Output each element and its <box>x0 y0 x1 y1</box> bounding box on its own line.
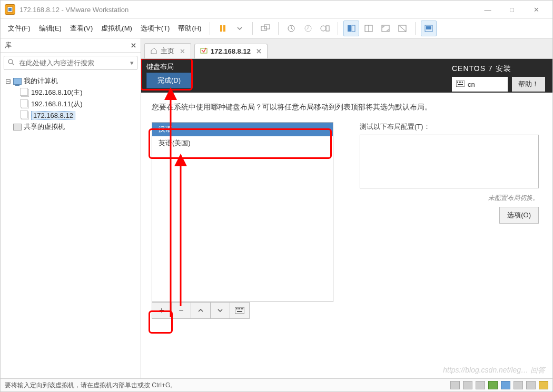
tree-item-label: 172.168.8.12 <box>31 111 75 120</box>
toolbar-console-icon[interactable] <box>421 21 437 36</box>
svg-rect-18 <box>426 26 431 29</box>
svg-rect-4 <box>261 26 266 31</box>
svg-point-19 <box>8 59 13 64</box>
svg-rect-29 <box>236 308 237 309</box>
installer-header: 键盘布局 完成(D) CENTOS 7 安装 cn 帮助！ <box>141 59 552 93</box>
tray-display-icon[interactable] <box>501 381 510 389</box>
move-up-button[interactable] <box>191 302 211 319</box>
search-input[interactable] <box>18 58 127 67</box>
svg-rect-24 <box>459 82 460 83</box>
tray-printer-icon[interactable] <box>514 381 523 389</box>
close-button[interactable]: ✕ <box>524 2 548 17</box>
svg-rect-23 <box>457 82 458 83</box>
svg-rect-11 <box>352 25 355 32</box>
toolbar-snapshot-icon[interactable] <box>258 21 273 36</box>
library-sidebar: 库 ✕ ▾ ⊟ 我的计算机 192.168.8.10(主) 1 <box>1 38 141 378</box>
toolbar-thumbnail-icon[interactable] <box>343 21 359 36</box>
vm-console-view[interactable]: 键盘布局 完成(D) CENTOS 7 安装 cn 帮助！ <box>141 59 552 378</box>
toolbar-unity-icon[interactable] <box>395 21 410 36</box>
options-button[interactable]: 选项(O) <box>499 207 539 224</box>
no-switch-configured-label: 未配置布局切换。 <box>360 194 539 203</box>
tray-usb-icon[interactable] <box>539 381 548 389</box>
sidebar-close-icon[interactable]: ✕ <box>131 42 136 49</box>
library-tree: ⊟ 我的计算机 192.168.8.10(主) 192.168.8.11(从) … <box>1 73 141 378</box>
tree-root-label: 我的计算机 <box>24 76 58 86</box>
tab-vm-close-icon[interactable]: ✕ <box>256 47 262 55</box>
tree-item-vm3[interactable]: 172.168.8.12 <box>4 110 137 121</box>
status-bar: 要将输入定向到该虚拟机，请在虚拟机内部单击或按 Ctrl+G。 <box>1 378 552 391</box>
menu-help[interactable]: 帮助(H) <box>175 22 204 35</box>
tray-hdd-icon[interactable] <box>450 381 460 389</box>
svg-line-20 <box>12 63 14 65</box>
tree-shared-label: 共享的虚拟机 <box>24 122 65 132</box>
remove-layout-button[interactable]: − <box>171 302 191 319</box>
help-button[interactable]: 帮助！ <box>512 77 545 92</box>
done-button[interactable]: 完成(D) <box>146 73 192 88</box>
tray-hdd2-icon[interactable] <box>463 381 472 389</box>
tree-shared-vms[interactable]: 共享的虚拟机 <box>4 121 137 133</box>
keyboard-icon <box>456 81 465 88</box>
toolbar-clock-manage-icon[interactable] <box>318 21 332 36</box>
layout-item-selected[interactable]: 汉语 <box>152 123 333 136</box>
tab-vm[interactable]: 172.168.8.12 ✕ <box>194 44 268 58</box>
watermark-text: https://blog.csdn.net/leg… 回答 <box>443 366 545 375</box>
svg-rect-3 <box>223 25 225 32</box>
keyboard-indicator[interactable]: cn <box>452 77 508 92</box>
tree-item-vm1[interactable]: 192.168.8.10(主) <box>4 87 137 98</box>
toolbar-clock1-icon[interactable] <box>284 21 299 36</box>
maximize-button[interactable]: □ <box>500 2 524 17</box>
svg-rect-22 <box>456 81 465 87</box>
svg-rect-33 <box>242 308 243 309</box>
menu-view[interactable]: 查看(V) <box>67 22 96 35</box>
tray-network-icon[interactable] <box>488 381 498 389</box>
status-text: 要将输入定向到该虚拟机，请在虚拟机内部单击或按 Ctrl+G。 <box>5 381 176 390</box>
toolbar-split-icon[interactable] <box>361 21 376 36</box>
toolbar-fullscreen-icon[interactable] <box>378 21 393 36</box>
preview-layout-button[interactable] <box>230 302 250 319</box>
tree-root-mycomputer[interactable]: ⊟ 我的计算机 <box>4 75 137 87</box>
sidebar-search[interactable]: ▾ <box>4 56 137 70</box>
tab-home-close-icon[interactable]: ✕ <box>180 47 185 55</box>
svg-rect-1 <box>8 8 12 11</box>
svg-rect-10 <box>348 25 351 32</box>
device-tray <box>450 381 548 389</box>
installer-body: 您要在系统中使用哪种键盘布局？可以将任意布局移动到列表顶部将其选为默认布局。 汉… <box>141 93 552 327</box>
installer-prompt: 您要在系统中使用哪种键盘布局？可以将任意布局移动到列表顶部将其选为默认布局。 <box>152 101 542 113</box>
search-icon <box>7 58 15 67</box>
svg-rect-30 <box>238 308 239 309</box>
svg-rect-9 <box>326 26 329 31</box>
installer-product-title: CENTOS 7 安装 <box>452 64 545 74</box>
menu-file[interactable]: 文件(F) <box>5 22 34 35</box>
svg-line-16 <box>399 25 406 32</box>
svg-rect-32 <box>241 308 242 309</box>
move-down-button[interactable] <box>210 302 230 319</box>
tree-item-vm2[interactable]: 192.168.8.11(从) <box>4 98 137 110</box>
menu-tabs[interactable]: 选项卡(T) <box>137 22 173 35</box>
tab-home-label: 主页 <box>161 46 174 56</box>
vmware-logo-icon <box>5 4 15 15</box>
main-area: 主页 ✕ 172.168.8.12 ✕ 键盘布局 完成(D) <box>141 38 552 378</box>
svg-rect-2 <box>220 25 222 32</box>
toolbar-dropdown-icon[interactable] <box>232 21 247 36</box>
svg-rect-28 <box>235 307 244 314</box>
test-layout-input[interactable] <box>360 135 539 188</box>
minimize-button[interactable]: — <box>476 2 500 17</box>
app-window: 172.168.8.12 - VMware Workstation — □ ✕ … <box>0 0 553 392</box>
home-icon <box>150 47 157 56</box>
svg-point-8 <box>321 26 326 31</box>
menu-edit[interactable]: 编辑(E) <box>36 22 65 35</box>
toolbar-clock2-icon[interactable] <box>301 21 315 36</box>
tab-home[interactable]: 主页 ✕ <box>144 43 191 58</box>
layout-item[interactable]: 英语(美国) <box>152 136 333 150</box>
menu-bar: 文件(F) 编辑(E) 查看(V) 虚拟机(M) 选项卡(T) 帮助(H) <box>1 19 552 38</box>
keyboard-layout-list[interactable]: 汉语 英语(美国) <box>152 122 333 302</box>
keyboard-lang-code: cn <box>468 81 475 88</box>
tray-sound-icon[interactable] <box>526 381 536 389</box>
tray-cd-icon[interactable] <box>476 381 485 389</box>
add-layout-button[interactable]: + <box>152 302 172 319</box>
title-bar: 172.168.8.12 - VMware Workstation — □ ✕ <box>1 1 552 19</box>
menu-vm[interactable]: 虚拟机(M) <box>98 22 135 35</box>
toolbar-pause-icon[interactable] <box>215 21 230 36</box>
search-dropdown-icon[interactable]: ▾ <box>130 59 134 67</box>
installer-screen-title: 键盘布局 <box>146 62 192 72</box>
